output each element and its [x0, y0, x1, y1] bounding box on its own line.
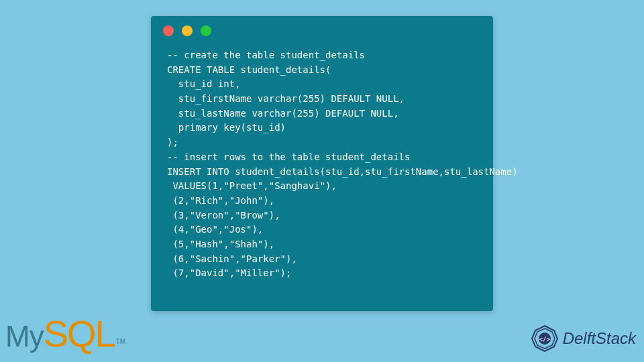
code-line: stu_id int, — [167, 78, 241, 89]
code-line: stu_lastName varchar(255) DEFAULT NULL, — [167, 108, 399, 119]
mysql-my-text: My — [5, 320, 44, 353]
maximize-button[interactable] — [201, 25, 211, 36]
mysql-sql-text: SQL — [44, 312, 115, 355]
delftstack-logo: </> DelftStack — [531, 324, 636, 353]
code-line: INSERT INTO student_details(stu_id,stu_f… — [167, 166, 518, 177]
code-line: (3,"Veron","Brow"), — [167, 210, 280, 221]
code-line: VALUES(1,"Preet","Sanghavi"), — [167, 180, 337, 191]
code-line: -- insert rows to the table student_deta… — [167, 152, 410, 162]
code-line: ); — [167, 137, 178, 147]
svg-text:</>: </> — [539, 336, 550, 343]
code-content: -- create the table student_details CREA… — [151, 42, 493, 294]
mysql-tm-text: TM — [116, 338, 125, 345]
window-controls — [151, 16, 493, 42]
delftstack-icon: </> — [531, 324, 559, 353]
close-button[interactable] — [163, 25, 174, 36]
code-line: (2,"Rich","John"), — [167, 195, 274, 206]
code-line: -- create the table student_details — [167, 50, 365, 60]
code-window: -- create the table student_details CREA… — [151, 16, 493, 311]
delftstack-text: DelftStack — [563, 329, 636, 348]
code-line: (7,"David","Miller"); — [167, 267, 291, 278]
mysql-logo: MySQLTM — [5, 312, 125, 355]
code-line: primary key(stu_id) — [167, 122, 286, 133]
code-line: (5,"Hash","Shah"), — [167, 239, 274, 249]
code-line: CREATE TABLE student_details( — [167, 64, 331, 75]
code-line: (4,"Geo","Jos"), — [167, 224, 263, 235]
code-line: (6,"Sachin","Parker"), — [167, 253, 297, 264]
code-line: stu_firstName varchar(255) DEFAULT NULL, — [167, 93, 405, 104]
minimize-button[interactable] — [182, 25, 193, 36]
